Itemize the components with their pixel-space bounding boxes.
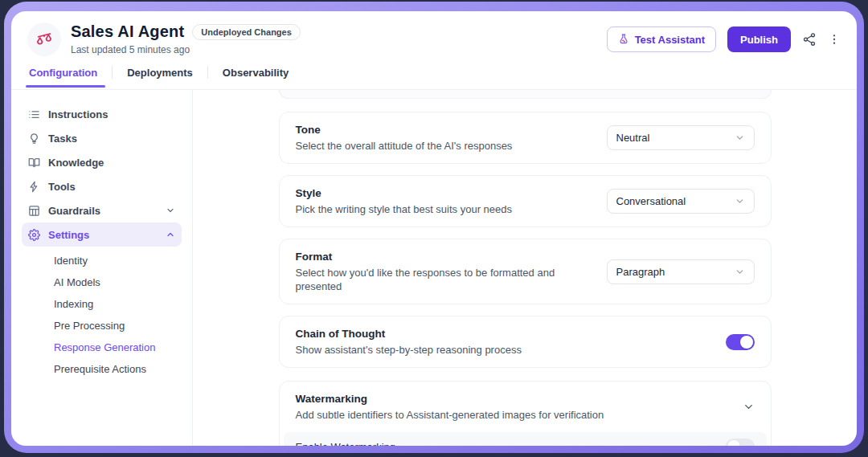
- style-title: Style: [296, 186, 513, 200]
- enable-watermarking-row: Enable Watermarking: [284, 432, 767, 446]
- format-card: Format Select how you'd like the respons…: [279, 239, 772, 304]
- sidebar-item-instructions[interactable]: Instructions: [22, 102, 182, 126]
- clipped-card-above: [279, 90, 772, 99]
- tab-deployments[interactable]: Deployments: [125, 67, 194, 87]
- sidebar-subitem-response-generation[interactable]: Response Generation: [22, 337, 182, 358]
- chain-of-thought-description: Show assistant's step-by-step reasoning …: [296, 343, 522, 357]
- book-icon: [28, 157, 40, 169]
- chevron-down-icon: [735, 133, 745, 143]
- sidebar-subitem-prerequisite-actions[interactable]: Prerequisite Actions: [22, 358, 182, 380]
- page-title: Sales AI Agent: [71, 22, 184, 41]
- tab-configuration[interactable]: Configuration: [27, 67, 99, 87]
- watermarking-title: Watermarking: [296, 392, 604, 406]
- test-assistant-label: Test Assistant: [635, 34, 705, 46]
- format-select[interactable]: Paragraph: [607, 259, 755, 284]
- zap-icon: [28, 181, 40, 193]
- sidebar-subitem-identity[interactable]: Identity: [22, 250, 182, 271]
- sidebar-item-tasks[interactable]: Tasks: [22, 126, 182, 150]
- chain-of-thought-title: Chain of Thought: [296, 327, 522, 341]
- sidebar-subitem-indexing[interactable]: Indexing: [22, 293, 182, 315]
- main-panel: Tone Select the overall attitude of the …: [193, 90, 857, 446]
- last-updated-text: Last updated 5 minutes ago: [71, 44, 301, 55]
- publish-label: Publish: [740, 34, 778, 46]
- share-icon[interactable]: [802, 32, 817, 47]
- style-select[interactable]: Conversational: [607, 189, 755, 214]
- app-logo: [27, 22, 61, 56]
- chain-of-thought-card: Chain of Thought Show assistant's step-b…: [279, 316, 772, 368]
- style-description: Pick the writing style that best suits y…: [296, 202, 513, 216]
- undeployed-changes-badge: Undeployed Changes: [192, 24, 300, 40]
- header: Sales AI Agent Undeployed Changes Last u…: [11, 11, 857, 56]
- scales-icon: [35, 31, 53, 48]
- test-flask-icon: [618, 34, 629, 45]
- chevron-down-icon: [735, 196, 745, 206]
- enable-watermarking-toggle[interactable]: [726, 439, 755, 446]
- sidebar-subitem-ai-models[interactable]: AI Models: [22, 271, 182, 293]
- publish-button[interactable]: Publish: [727, 27, 791, 52]
- gear-icon: [28, 229, 40, 241]
- watermarking-expand-chevron-icon[interactable]: [743, 401, 755, 413]
- sidebar-item-guardrails[interactable]: Guardrails: [22, 198, 182, 222]
- test-assistant-button[interactable]: Test Assistant: [607, 27, 716, 52]
- tone-select[interactable]: Neutral: [607, 125, 755, 150]
- tone-description: Select the overall attitude of the AI's …: [296, 139, 513, 153]
- tab-separator: [112, 66, 113, 79]
- tab-observability[interactable]: Observability: [221, 67, 290, 87]
- watermarking-card: Watermarking Add subtle identifiers to A…: [279, 381, 772, 446]
- watermarking-description: Add subtle identifiers to Assistant-gene…: [296, 408, 604, 422]
- chevron-up-icon: [166, 230, 175, 239]
- format-title: Format: [296, 250, 591, 263]
- chevron-down-icon: [735, 267, 745, 277]
- grid-icon: [28, 205, 40, 217]
- enable-watermarking-label: Enable Watermarking: [296, 441, 396, 447]
- sidebar: Instructions Tasks Knowledge Tools: [11, 90, 193, 446]
- tab-separator: [207, 66, 208, 79]
- app-window: Sales AI Agent Undeployed Changes Last u…: [11, 11, 857, 446]
- tone-card: Tone Select the overall attitude of the …: [279, 112, 772, 164]
- kebab-menu-icon[interactable]: [828, 33, 841, 46]
- lightbulb-icon: [28, 133, 40, 145]
- style-card: Style Pick the writing style that best s…: [279, 175, 772, 227]
- sidebar-item-tools[interactable]: Tools: [22, 174, 182, 198]
- chain-of-thought-toggle[interactable]: [726, 334, 755, 350]
- format-description: Select how you'd like the responses to b…: [296, 266, 591, 293]
- sidebar-item-knowledge[interactable]: Knowledge: [22, 150, 182, 174]
- tone-title: Tone: [296, 123, 513, 137]
- chevron-down-icon: [166, 206, 175, 215]
- list-icon: [28, 108, 40, 120]
- sidebar-item-settings[interactable]: Settings: [22, 222, 182, 247]
- tab-bar: Configuration Deployments Observability: [11, 64, 857, 90]
- sidebar-subitem-pre-processing[interactable]: Pre Processing: [22, 315, 182, 337]
